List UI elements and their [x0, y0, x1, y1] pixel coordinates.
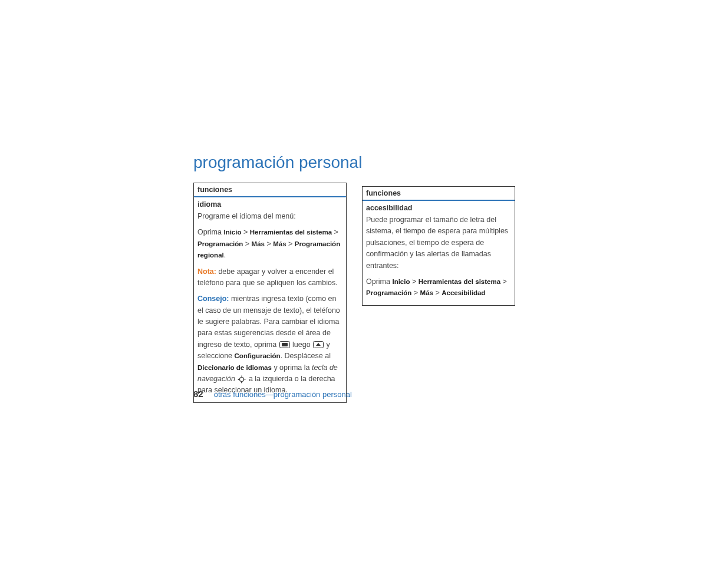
- consejo-part2: . Desplácese al: [281, 352, 331, 360]
- up-key-icon: [313, 341, 324, 348]
- svg-point-5: [241, 382, 242, 383]
- page-content: programación personal funciones idioma P…: [193, 153, 535, 403]
- gt: >: [411, 289, 420, 297]
- path-prefix: Oprima: [197, 228, 223, 236]
- functions-box-right: funciones accesibilidad Puede programar …: [362, 186, 515, 306]
- accesibilidad-subheader: accesibilidad: [363, 201, 515, 214]
- footer: 82 otras funciones—programación personal: [193, 389, 352, 399]
- accesibilidad-content: Puede programar el tamaño de letra del s…: [363, 214, 515, 305]
- rpath-mas: Más: [420, 289, 433, 296]
- accesibilidad-path: Oprima Inicio > Herramientas del sistema…: [366, 276, 511, 299]
- gt: >: [410, 277, 418, 286]
- path-herramientas: Herramientas del sistema: [250, 229, 332, 236]
- idioma-content: Programe el idioma del menú: Oprima Inic…: [194, 211, 346, 402]
- gt: >: [332, 228, 338, 236]
- accesibilidad-intro: Puede programar el tamaño de letra del s…: [366, 214, 511, 272]
- path-programacion: Programación: [197, 240, 243, 247]
- rpath-programacion: Programación: [366, 289, 411, 296]
- functions-box-left: funciones idioma Programe el idioma del …: [193, 183, 347, 403]
- menu-key-icon: [279, 341, 290, 348]
- consejo-part3: y oprima la: [272, 363, 312, 372]
- gt: >: [500, 277, 507, 286]
- left-column: funciones idioma Programe el idioma del …: [193, 183, 347, 403]
- rpath-accesibilidad: Accesibilidad: [442, 289, 485, 296]
- columns: funciones idioma Programe el idioma del …: [193, 183, 535, 403]
- consejo-paragraph: Consejo: mientras ingresa texto (como en…: [197, 293, 342, 396]
- svg-point-6: [238, 379, 239, 380]
- gt: >: [433, 289, 442, 297]
- path-inicio: Inicio: [223, 229, 241, 236]
- path-mas2: Más: [273, 240, 286, 247]
- idioma-subheader: idioma: [194, 197, 346, 211]
- path-mas1: Más: [252, 240, 265, 247]
- gt: >: [286, 240, 295, 248]
- diccionario: Diccionario de idiomas: [197, 364, 272, 371]
- rpath-herramientas: Herramientas del sistema: [419, 278, 500, 285]
- functions-header-right: funciones: [363, 187, 515, 201]
- functions-header: funciones: [194, 183, 346, 197]
- section-title: programación personal: [193, 153, 535, 172]
- nota-paragraph: Nota: debe apagar y volver a encender el…: [197, 266, 342, 289]
- path-prefix-r: Oprima: [366, 277, 392, 286]
- gt: >: [241, 228, 249, 236]
- footer-breadcrumb: otras funciones—programación personal: [214, 390, 352, 399]
- gt: >: [243, 240, 251, 248]
- gt: >: [265, 240, 273, 248]
- svg-rect-1: [282, 343, 288, 346]
- consejo-mid: luego: [291, 340, 313, 349]
- svg-point-4: [241, 375, 242, 376]
- idioma-path: Oprima Inicio > Herramientas del sistema…: [197, 227, 342, 261]
- consejo-label: Consejo:: [197, 295, 231, 303]
- nav-key-icon: [238, 375, 246, 384]
- nota-text: debe apagar y volver a encender el teléf…: [197, 267, 338, 287]
- page-number: 82: [193, 389, 203, 399]
- idioma-intro: Programe el idioma del menú:: [197, 211, 342, 222]
- svg-point-3: [240, 377, 244, 381]
- svg-point-7: [245, 379, 246, 380]
- nota-label: Nota:: [197, 267, 218, 276]
- configuracion: Configuración: [235, 352, 281, 359]
- right-column: funciones accesibilidad Puede programar …: [362, 186, 515, 403]
- rpath-inicio: Inicio: [392, 278, 410, 285]
